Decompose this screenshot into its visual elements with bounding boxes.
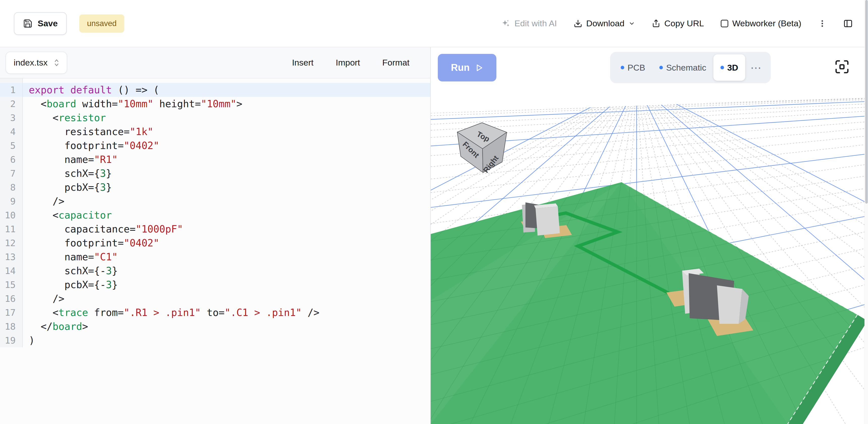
- preview-panel: TopFrontRight Run PCBSchematic3D⋯: [431, 47, 868, 424]
- save-button[interactable]: Save: [14, 12, 67, 35]
- sparkles-icon: [501, 19, 510, 28]
- tab-label: Schematic: [666, 63, 706, 73]
- line-number: 9: [0, 194, 23, 208]
- code-line: 11 capacitance="1000pF": [0, 222, 430, 236]
- line-number: 3: [0, 111, 23, 125]
- tab-status-dot: [720, 66, 724, 69]
- editor-actions: InsertImportFormat: [292, 58, 409, 67]
- tab-label: ⋯: [750, 61, 762, 74]
- tab-schematic[interactable]: Schematic: [652, 52, 713, 83]
- code-line: 17 <trace from=".R1 > .pin1" to=".C1 > .…: [0, 306, 430, 319]
- code-line: 6 name="R1": [0, 152, 430, 167]
- line-number: 1: [0, 83, 23, 97]
- code-editor[interactable]: 1export default () => (2 <board width="1…: [0, 78, 430, 424]
- code-line: 4 resistance="1k": [0, 125, 430, 139]
- webworker-label: Webworker (Beta): [732, 19, 801, 28]
- editor-action-import[interactable]: Import: [336, 58, 360, 67]
- download-label: Download: [586, 19, 624, 28]
- code-top-padding: [0, 78, 430, 83]
- window-scrollbar[interactable]: [865, 0, 868, 424]
- tab-pcb[interactable]: PCB: [614, 52, 652, 83]
- code-line: 19): [0, 333, 430, 347]
- tab-label: PCB: [627, 63, 645, 73]
- line-number: 2: [0, 97, 23, 111]
- code-line-text: name="C1": [23, 250, 430, 264]
- run-button[interactable]: Run: [438, 54, 496, 82]
- code-line-text: <resistor: [23, 111, 430, 125]
- checkbox-icon[interactable]: [721, 20, 728, 27]
- share-icon: [652, 19, 660, 28]
- edit-with-ai-label: Edit with AI: [514, 19, 557, 28]
- tab-more-menu[interactable]: ⋯: [745, 52, 767, 83]
- panel-left-icon: [843, 19, 853, 28]
- tab-label: 3D: [727, 63, 738, 73]
- play-icon: [475, 63, 483, 72]
- code-line: 3 <resistor: [0, 111, 430, 125]
- code-line-text: footprint="0402": [23, 139, 430, 152]
- main-split: index.tsx InsertImportFormat 1export def…: [0, 47, 868, 424]
- file-selector[interactable]: index.tsx: [5, 52, 67, 74]
- run-label: Run: [451, 62, 470, 73]
- copy-url-button[interactable]: Copy URL: [652, 19, 704, 28]
- editor-action-insert[interactable]: Insert: [292, 58, 313, 67]
- code-line-text: footprint="0402": [23, 236, 430, 250]
- line-number: 7: [0, 167, 23, 180]
- chevron-down-icon: [628, 20, 635, 27]
- more-options-button[interactable]: [818, 19, 827, 28]
- view-tabs: PCBSchematic3D⋯: [610, 52, 771, 83]
- line-number: 12: [0, 236, 23, 250]
- code-line: 18 </board>: [0, 319, 430, 333]
- line-number: 16: [0, 292, 23, 306]
- webworker-toggle[interactable]: Webworker (Beta): [721, 19, 801, 28]
- line-number: 4: [0, 125, 23, 139]
- orientation-cube[interactable]: TopFrontRight: [457, 123, 507, 174]
- editor-header: index.tsx InsertImportFormat: [0, 47, 430, 78]
- code-line-text: />: [23, 292, 430, 306]
- code-line: 15 pcbX={-3}: [0, 278, 430, 292]
- code-line-text: capacitance="1000pF": [23, 222, 430, 236]
- toolbar-left: Save unsaved: [14, 12, 124, 35]
- code-line: 8 pcbX={3}: [0, 180, 430, 194]
- save-label: Save: [38, 19, 58, 28]
- copy-url-label: Copy URL: [664, 19, 704, 28]
- toggle-panel-button[interactable]: [843, 19, 853, 28]
- line-number: 17: [0, 306, 23, 319]
- scrollbar-thumb[interactable]: [865, 0, 868, 204]
- line-number: 19: [0, 333, 23, 347]
- code-line-text: </board>: [23, 319, 430, 333]
- code-line: 2 <board width="10mm" height="10mm">: [0, 97, 430, 111]
- line-number: 6: [0, 152, 23, 167]
- code-line: 5 footprint="0402": [0, 139, 430, 152]
- kebab-menu-icon: [818, 19, 827, 28]
- code-line: 10 <capacitor: [0, 208, 430, 222]
- code-line-text: schX={-3}: [23, 264, 430, 278]
- line-number: 10: [0, 208, 23, 222]
- code-line: 16 />: [0, 292, 430, 306]
- code-line-text: export default () => (: [23, 83, 430, 97]
- 3d-viewport[interactable]: TopFrontRight: [431, 47, 868, 424]
- select-chevrons-icon: [53, 58, 60, 67]
- tscircuit-playground: Save unsaved Edit with AI: [0, 0, 868, 424]
- line-number: 11: [0, 222, 23, 236]
- code-line-text: resistance="1k": [23, 125, 430, 139]
- code-line-text: ): [23, 333, 430, 347]
- edit-with-ai-button[interactable]: Edit with AI: [501, 19, 557, 28]
- code-line: 12 footprint="0402": [0, 236, 430, 250]
- fullscreen-button[interactable]: [834, 59, 850, 76]
- download-button[interactable]: Download: [574, 19, 635, 28]
- code-line-text: <trace from=".R1 > .pin1" to=".C1 > .pin…: [23, 306, 430, 319]
- code-line: 9 />: [0, 194, 430, 208]
- editor-action-format[interactable]: Format: [382, 58, 409, 67]
- line-number: 15: [0, 278, 23, 292]
- unsaved-status-badge: unsaved: [79, 15, 124, 33]
- top-toolbar: Save unsaved Edit with AI: [0, 0, 868, 47]
- tab-3d[interactable]: 3D: [713, 54, 745, 81]
- code-line-text: name="R1": [23, 152, 430, 167]
- code-line: 7 schX={3}: [0, 167, 430, 180]
- code-line: 13 name="C1": [0, 250, 430, 264]
- line-number: 8: [0, 180, 23, 194]
- download-icon: [574, 19, 582, 28]
- code-line: 14 schX={-3}: [0, 264, 430, 278]
- save-icon: [23, 19, 33, 28]
- line-number: 18: [0, 319, 23, 333]
